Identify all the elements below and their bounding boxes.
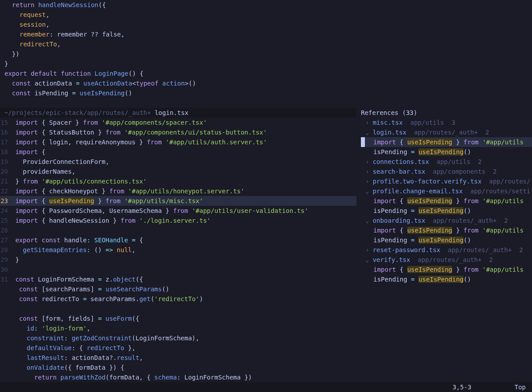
chevron-right-icon[interactable]: › [365, 176, 369, 186]
chevron-right-icon[interactable]: › [365, 245, 369, 255]
code-line[interactable]: 25 import { handleNewSession } from './l… [0, 216, 356, 225]
code-line[interactable]: constraint: getZodConstraint(LoginFormSc… [0, 333, 356, 343]
line-number: 29 [0, 255, 12, 265]
code-line[interactable]: 22 import { checkHoneypot } from '#app/u… [0, 186, 356, 196]
code-line[interactable]: const redirectTo = searchParams.get('red… [0, 294, 356, 304]
reference-occurrence[interactable]: import { useIsPending } from '#app/utils [361, 137, 532, 147]
code-line[interactable]: 19 ProviderConnectionForm, [0, 157, 356, 167]
reference-file-row[interactable]: ⌄ profile.change-email.tsx app/routes/se… [361, 186, 532, 196]
reference-occurrence[interactable]: isPending = useIsPending() [361, 206, 532, 216]
code-line[interactable] [0, 304, 356, 314]
status-line: 3,5-3 Top [0, 382, 532, 392]
code-line[interactable]: 15 import { Spacer } from '#app/componen… [0, 118, 356, 127]
reference-path: app/routes/_auth+ [418, 256, 482, 263]
reference-count: 2 [478, 158, 481, 165]
reference-occurrence[interactable]: import { useIsPending } from '#app/utils [361, 196, 532, 206]
reference-occurrence[interactable]: import { useIsPending } from '#app/utils [361, 225, 532, 235]
line-number: 27 [0, 235, 12, 245]
code-line[interactable]: 28 getSitemapEntries: () => null, [0, 245, 356, 255]
code-line[interactable]: 27 export const handle: SEOHandle = { [0, 235, 356, 245]
code-line[interactable]: 23 import { useIsPending } from '#app/ut… [0, 196, 356, 206]
line-number: 24 [0, 206, 12, 216]
reference-filename: reset-password.tsx [372, 246, 440, 253]
reference-path: app/routes/ [489, 178, 531, 185]
reference-file-row[interactable]: › misc.tsx app/utils 3 [361, 118, 532, 127]
code-line[interactable]: } [4, 59, 356, 69]
code-line[interactable]: return handleNewSession({ [4, 0, 356, 10]
code-line[interactable]: 29 } [0, 255, 356, 265]
code-line[interactable]: request, [4, 10, 356, 20]
code-line[interactable]: return parseWithZod(formData, { schema: … [0, 372, 356, 382]
code-line[interactable]: onValidate({ formData }) { [0, 363, 356, 372]
reference-occurrence[interactable]: isPending = useIsPending() [361, 235, 532, 245]
code-line[interactable]: 17 import { login, requireAnonymous } fr… [0, 137, 356, 147]
chevron-right-icon[interactable]: › [365, 118, 369, 127]
reference-file-row[interactable]: ⌄ login.tsx app/routes/_auth+ 2 [361, 127, 532, 137]
reference-file-row[interactable]: ⌄ verify.tsx app/routes/_auth+ 2 [361, 255, 532, 265]
reference-path: app/components [433, 168, 485, 175]
chevron-down-icon[interactable]: ⌄ [365, 216, 369, 225]
references-panel[interactable]: › misc.tsx app/utils 3⌄ login.tsx app/ro… [361, 118, 532, 392]
winbar-file: login.tsx [151, 109, 188, 116]
references-cursor [361, 137, 365, 147]
reference-file-row[interactable]: › connections.tsx app/utils 2 [361, 157, 532, 167]
code-line[interactable]: const [searchParams] = useSearchParams() [0, 284, 356, 294]
reference-file-row[interactable]: › search-bar.tsx app/components 2 [361, 167, 532, 176]
code-line[interactable]: 26 [0, 225, 356, 235]
reference-file-row[interactable]: › profile.two-factor.verify.tsx app/rout… [361, 176, 532, 186]
chevron-right-icon[interactable]: › [365, 157, 369, 167]
references-title: References (33) [361, 108, 417, 118]
line-number: 31 [0, 274, 12, 284]
line-number: 20 [0, 167, 12, 176]
chevron-down-icon[interactable]: ⌄ [365, 255, 369, 265]
reference-filename: verify.tsx [372, 256, 410, 263]
reference-filename: profile.two-factor.verify.tsx [372, 178, 481, 185]
reference-filename: connections.tsx [372, 158, 429, 165]
reference-count: 3 [451, 119, 455, 126]
code-line[interactable]: const isPending = useIsPending() [4, 88, 356, 98]
code-line[interactable]: 24 import { PasswordSchema, UsernameSche… [0, 206, 356, 216]
reference-filename: onboarding.tsx [372, 217, 425, 224]
reference-occurrence[interactable]: isPending = useIsPending() [361, 147, 532, 157]
line-number: 15 [0, 118, 12, 127]
line-number: 17 [0, 137, 12, 147]
reference-count: 2 [485, 129, 489, 136]
line-number: 25 [0, 216, 12, 225]
reference-occurrence[interactable]: isPending = useIsPending() [361, 274, 532, 284]
chevron-right-icon[interactable]: › [365, 167, 369, 176]
reference-occurrence[interactable]: import { useIsPending } from '#app/utils [361, 265, 532, 274]
chevron-down-icon[interactable]: ⌄ [365, 186, 369, 196]
editor-main-pane[interactable]: 15 import { Spacer } from '#app/componen… [0, 118, 356, 382]
reference-file-row[interactable]: ⌄ onboarding.tsx app/routes/_auth+ 2 [361, 216, 532, 225]
line-number: 30 [0, 265, 12, 274]
reference-count: 2 [519, 246, 523, 253]
line-number: 16 [0, 127, 12, 137]
code-line[interactable]: remember: remember ?? false, [4, 29, 356, 39]
code-line[interactable]: const actionData = useActionData<typeof … [4, 78, 356, 88]
reference-path: app/routes/_auth+ [414, 129, 478, 136]
code-line[interactable]: 18 import { [0, 147, 356, 157]
code-line[interactable]: defaultValue: { redirectTo }, [0, 343, 356, 353]
line-number: 21 [0, 176, 12, 186]
reference-count: 2 [493, 168, 496, 175]
scroll-percent: Top [515, 382, 526, 392]
editor-preview-pane[interactable]: return handleNewSession({ request, sessi… [0, 0, 356, 108]
code-line[interactable]: redirectTo, [4, 39, 356, 49]
code-line[interactable]: const [form, fields] = useForm({ [0, 314, 356, 323]
reference-path: app/utils [437, 158, 471, 165]
code-line[interactable]: 30 [0, 265, 356, 274]
code-line[interactable]: 21 } from '#app/utils/connections.tsx' [0, 176, 356, 186]
chevron-down-icon[interactable]: ⌄ [365, 127, 369, 137]
reference-file-row[interactable]: › reset-password.tsx app/routes/_auth+ 2 [361, 245, 532, 255]
code-line[interactable]: 31 const LoginFormSchema = z.object({ [0, 274, 356, 284]
code-line[interactable]: 16 import { StatusButton } from '#app/co… [0, 127, 356, 137]
line-number: 23 [0, 196, 12, 206]
code-line[interactable]: lastResult: actionData?.result, [0, 353, 356, 363]
code-line[interactable]: export default function LoginPage() { [4, 69, 356, 78]
code-line[interactable]: }) [4, 49, 356, 59]
editor-winbar: ~/projects/epic-stack/app/routes/_auth+ … [0, 108, 356, 118]
line-number: 26 [0, 225, 12, 235]
code-line[interactable]: id: 'login-form', [0, 323, 356, 333]
code-line[interactable]: 20 providerNames, [0, 167, 356, 176]
code-line[interactable]: session, [4, 20, 356, 29]
